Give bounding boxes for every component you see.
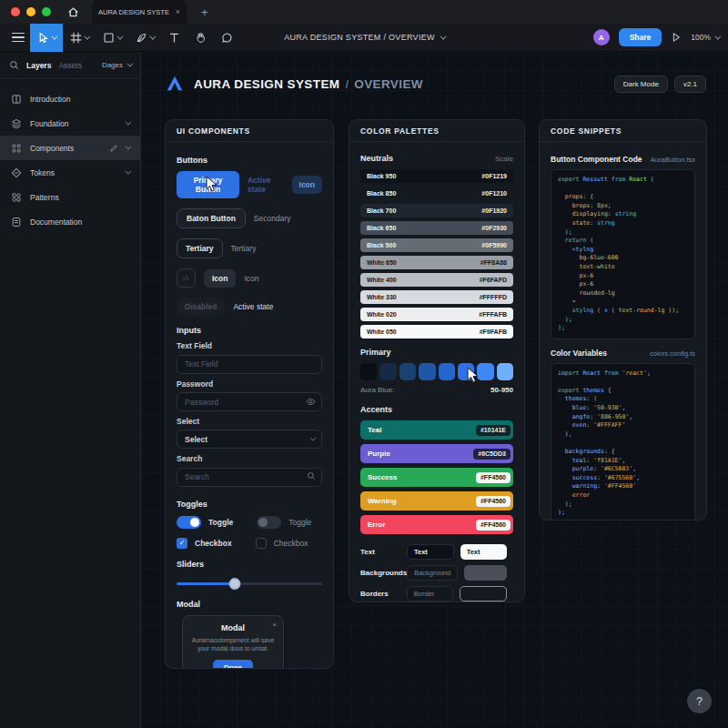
password-input[interactable] (177, 392, 322, 411)
toggle-on[interactable] (177, 516, 201, 529)
sidebar-item-documentation[interactable]: Documentation (0, 209, 140, 234)
sidebar-item-foundation[interactable]: Foundation (0, 111, 140, 136)
file-title[interactable]: AURA DESIGN SYSTEM / OVERVIEW (284, 33, 444, 42)
dark-mode-button[interactable]: Dark Mode (614, 76, 668, 93)
eye-icon[interactable] (306, 397, 316, 407)
minimize-window-button[interactable] (26, 7, 35, 16)
sidebar-item-introduction[interactable]: Introduction (0, 86, 140, 111)
chevron-down-icon (309, 435, 316, 441)
neutral-swatch-row[interactable]: White 330#FFFFFD (360, 290, 513, 304)
select-dropdown[interactable]: Select (177, 430, 322, 449)
close-window-button[interactable] (11, 7, 20, 16)
ui-components-panel[interactable]: UI COMPONENTS Buttons Primary Button Act… (165, 119, 334, 669)
document-icon (11, 217, 22, 228)
frame-tool-button[interactable] (63, 24, 96, 52)
tertiary-caption: Tertiary (231, 244, 257, 253)
modal-close-icon[interactable]: × (272, 621, 277, 629)
accent-swatch-row[interactable]: Error#FF4560 (360, 515, 513, 534)
toggle-off[interactable] (257, 516, 281, 529)
border-outline-chip[interactable] (460, 586, 507, 602)
background-gray-chip[interactable] (464, 565, 507, 581)
accent-swatch-row[interactable]: Teal#10141E (360, 420, 513, 440)
primary-swatch[interactable] (497, 363, 513, 380)
primary-swatch[interactable] (419, 363, 435, 380)
edit-pen-icon[interactable] (109, 144, 118, 153)
main-menu-icon[interactable] (12, 33, 25, 43)
new-tab-button[interactable]: + (201, 5, 208, 19)
zoom-control[interactable]: 100% (691, 33, 719, 42)
home-icon[interactable] (67, 6, 79, 18)
primary-button[interactable]: Primary Button (177, 171, 239, 198)
file-title-chevron-icon[interactable] (440, 33, 446, 39)
neutral-swatch-row[interactable]: Black 500#0F5990 (360, 238, 513, 252)
avatar[interactable]: A (593, 29, 610, 46)
scale-label[interactable]: Scale (495, 155, 513, 163)
color-variables-code-block[interactable]: import React from 'react'; export themes… (551, 363, 695, 521)
neutral-swatch-row[interactable]: White 400#F6FAFD (360, 273, 513, 287)
modal-done-button[interactable]: Done (213, 660, 253, 669)
checkbox-checked[interactable]: ✓ (177, 538, 187, 549)
browser-tab[interactable]: AURA DESIGN SYSTE × (92, 0, 187, 24)
tab-layers[interactable]: Layers (26, 61, 51, 70)
checkbox-unchecked[interactable] (256, 538, 267, 549)
hand-tool-button[interactable] (187, 24, 214, 52)
neutral-swatch-row[interactable]: White 050#F9FAFB (360, 325, 513, 339)
sidebar-item-tokens[interactable]: Tokens (0, 160, 140, 185)
present-icon[interactable] (671, 32, 682, 43)
comment-tool-button[interactable] (214, 24, 240, 52)
primary-swatch[interactable] (399, 363, 416, 380)
move-tool-chevron-icon[interactable] (51, 33, 57, 39)
help-button[interactable]: ? (687, 689, 712, 713)
text-light-chip[interactable]: Text (460, 544, 507, 560)
search-icon[interactable] (9, 60, 19, 70)
sidebar-item-components[interactable]: Components (0, 136, 140, 160)
zoom-window-button[interactable] (42, 7, 51, 16)
search-icon[interactable] (307, 471, 316, 480)
sidebar-item-patterns[interactable]: Patterns (0, 185, 140, 209)
accent-swatch-row[interactable]: Warning#FF4560 (360, 491, 513, 511)
color-palettes-panel[interactable]: COLOR PALETTES Neutrals Scale Black 950#… (349, 119, 525, 602)
border-chip[interactable]: Border (407, 586, 454, 602)
primary-swatch[interactable] (477, 363, 493, 380)
neutral-swatch-row[interactable]: Black 950#0F1219 (360, 169, 513, 183)
button-code-block[interactable]: export Ressutt from React ( props: { bro… (551, 169, 695, 339)
icon-labeled-button[interactable]: Icon (204, 269, 236, 288)
neutral-swatch-row[interactable]: Black 850#0F1210 (360, 187, 513, 200)
share-button[interactable]: Share (619, 28, 662, 46)
secondary-button[interactable]: Baton Button (177, 208, 246, 228)
sparkle-icon-button[interactable] (177, 268, 196, 288)
neutral-swatch-row[interactable]: White 020#FFFAFB (360, 308, 513, 321)
text-dark-chip[interactable]: Text (407, 544, 454, 560)
primary-swatch[interactable] (439, 363, 455, 380)
slider[interactable] (177, 578, 322, 589)
text-field-input[interactable] (177, 355, 322, 374)
panel-title: COLOR PALETTES (349, 120, 524, 142)
text-tool-button[interactable] (161, 24, 187, 52)
accent-swatch-row[interactable]: Success#FF4560 (360, 468, 513, 487)
tertiary-button[interactable]: Tertiary (177, 238, 223, 258)
slider-handle[interactable] (229, 578, 241, 590)
move-tool-button[interactable] (30, 24, 63, 52)
code-snippets-panel[interactable]: CODE SNIPPETS Button Component Code Aura… (539, 119, 707, 521)
tab-assets[interactable]: Assets (58, 61, 82, 70)
shape-tool-button[interactable] (96, 24, 128, 52)
icon-button-blue[interactable]: Icon (292, 176, 322, 194)
search-input[interactable] (177, 468, 322, 487)
neutral-swatch-row[interactable]: Black 700#0F1920 (360, 204, 513, 217)
background-chip[interactable]: Background (407, 565, 458, 581)
neutral-swatch-row[interactable]: White 650#FF8A88 (360, 256, 513, 269)
active-state-button[interactable]: Active state (248, 176, 284, 194)
chevron-down-icon[interactable] (125, 168, 131, 175)
chevron-down-icon[interactable] (125, 119, 131, 126)
primary-swatch[interactable] (458, 363, 474, 380)
chevron-down-icon[interactable] (125, 144, 131, 150)
neutral-swatch-row[interactable]: Black 650#0F2930 (360, 221, 513, 235)
primary-swatch[interactable] (379, 363, 396, 380)
tab-close-icon[interactable]: × (176, 7, 180, 16)
pen-tool-button[interactable] (128, 24, 161, 52)
accent-swatch-row[interactable]: Purpie#6C5DD3 (360, 444, 513, 463)
pages-dropdown[interactable]: Dages (102, 61, 131, 69)
code-line: success: '#675560', (558, 474, 688, 483)
design-canvas[interactable]: AURA DESIGN SYSTEM / OVERVIEW Dark Mode … (141, 52, 728, 728)
primary-swatch[interactable] (360, 363, 377, 380)
